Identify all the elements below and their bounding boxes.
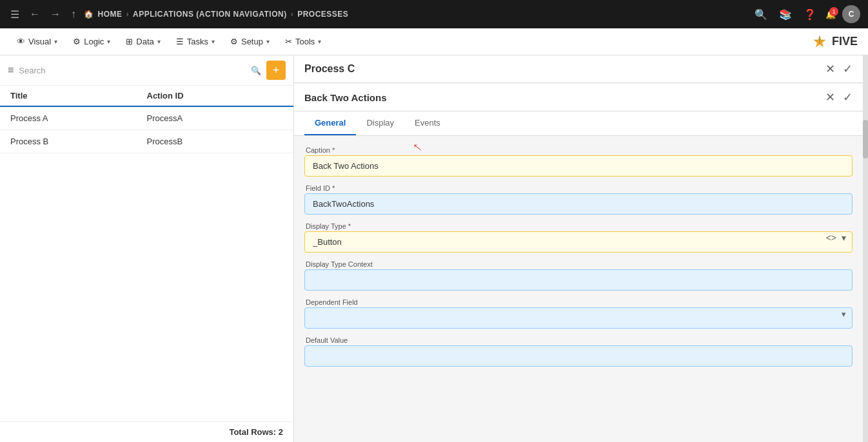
logic-icon: ⚙ — [73, 37, 81, 46]
filter-icon[interactable]: ≡ — [8, 64, 14, 76]
up-icon[interactable]: ↑ — [68, 6, 79, 23]
display-type-code-icon[interactable]: <> — [826, 233, 836, 243]
form-area: ↑ Caption * Field ID * Display Type * — [294, 136, 863, 442]
logic-arrow: ▾ — [107, 38, 110, 45]
default-value-input[interactable] — [304, 345, 853, 367]
top-navigation: ☰ ← → ↑ 🏠 HOME › APPLICATIONS (ACTION NA… — [0, 0, 868, 28]
scrollbar[interactable] — [863, 55, 868, 442]
breadcrumb-sep-1: › — [126, 10, 130, 19]
menu-item-visual[interactable]: 👁 Visual ▾ — [10, 33, 64, 50]
tab-display[interactable]: Display — [356, 111, 404, 135]
help-icon[interactable]: ❓ — [801, 6, 819, 23]
user-avatar[interactable]: C — [842, 5, 860, 23]
field-id-field: Field ID * — [304, 184, 853, 215]
tab-events[interactable]: Events — [404, 111, 451, 135]
forward-icon[interactable]: → — [48, 6, 63, 23]
column-action-id: Action ID — [147, 91, 284, 101]
tasks-icon: ☰ — [176, 37, 184, 46]
process-close-button[interactable]: ✕ — [825, 62, 835, 76]
default-value-label: Default Value — [304, 336, 853, 344]
section-title: Back Two Actions — [304, 92, 387, 103]
process-confirm-button[interactable]: ✓ — [843, 62, 853, 76]
menu-item-data[interactable]: ⊞ Data ▾ — [119, 33, 166, 50]
search-actions: 🔍 + — [251, 61, 286, 80]
search-bar: ≡ 🔍 + — [0, 55, 293, 86]
main-layout: ≡ 🔍 + Title Action ID Process A ProcessA… — [0, 55, 868, 442]
breadcrumb: 🏠 HOME › APPLICATIONS (ACTION NAVIGATION… — [84, 10, 747, 19]
data-icon: ⊞ — [126, 37, 133, 46]
menu-label-tools: Tools — [295, 37, 315, 46]
row-action-0: ProcessA — [147, 113, 284, 123]
notification-count: 1 — [829, 7, 838, 16]
menu-item-logic[interactable]: ⚙ Logic ▾ — [66, 33, 117, 50]
menu-label-logic: Logic — [84, 37, 104, 46]
breadcrumb-sep-2: › — [291, 10, 294, 19]
menu-item-tasks[interactable]: ☰ Tasks ▾ — [170, 33, 221, 50]
five-logo-text: FIVE — [832, 35, 858, 48]
tasks-arrow: ▾ — [212, 38, 215, 45]
display-type-field: Display Type * <> ▾ — [304, 222, 853, 253]
row-title-1: Process B — [10, 137, 147, 146]
breadcrumb-applications[interactable]: APPLICATIONS (ACTION NAVIGATION) — [133, 10, 287, 19]
section-confirm-button[interactable]: ✓ — [843, 90, 853, 104]
visual-arrow: ▾ — [54, 38, 57, 45]
display-type-context-input[interactable] — [304, 269, 853, 291]
section-header: Back Two Actions ✕ ✓ — [294, 84, 863, 111]
right-panel-content: Process C ✕ ✓ Back Two Actions ✕ ✓ — [294, 55, 863, 442]
back-icon[interactable]: ← — [27, 6, 43, 23]
menu-bar: 👁 Visual ▾ ⚙ Logic ▾ ⊞ Data ▾ ☰ Tasks ▾ … — [0, 28, 868, 55]
home-icon: 🏠 — [84, 10, 94, 19]
process-header-actions: ✕ ✓ — [825, 62, 853, 76]
row-title-0: Process A — [10, 113, 147, 123]
tabs-bar: General Display Events — [294, 111, 863, 136]
table-row[interactable]: Process B ProcessB — [0, 130, 293, 153]
display-type-input[interactable] — [304, 231, 853, 253]
menu-item-tools[interactable]: ✂ Tools ▾ — [279, 33, 328, 50]
process-header: Process C ✕ ✓ — [294, 55, 863, 83]
tab-general[interactable]: General — [304, 111, 356, 135]
column-title: Title — [10, 91, 147, 101]
menu-label-data: Data — [136, 37, 153, 46]
dependent-field-input[interactable] — [304, 307, 853, 329]
default-value-field: Default Value — [304, 336, 853, 367]
menu-items: 👁 Visual ▾ ⚙ Logic ▾ ⊞ Data ▾ ☰ Tasks ▾ … — [10, 33, 328, 50]
menu-label-visual: Visual — [28, 37, 51, 46]
total-rows-label: Total Rows: 2 — [229, 427, 283, 437]
right-inner: Process C ✕ ✓ Back Two Actions ✕ ✓ — [294, 55, 868, 442]
add-button[interactable]: + — [266, 61, 286, 80]
books-icon[interactable]: 📚 — [776, 6, 794, 23]
dependent-field-dropdown-icon[interactable]: ▾ — [842, 309, 846, 318]
nav-actions: 🔍 📚 ❓ 🔔 1 C — [752, 5, 860, 23]
right-panel: Process C ✕ ✓ Back Two Actions ✕ ✓ — [294, 55, 868, 442]
setup-arrow: ▾ — [266, 38, 270, 45]
five-logo: FIVE — [813, 35, 858, 49]
dependent-field-label: Dependent Field — [304, 298, 853, 306]
visual-icon: 👁 — [17, 37, 25, 46]
caption-label: Caption * — [304, 146, 853, 154]
five-star-icon — [813, 35, 827, 49]
hamburger-icon[interactable]: ☰ — [8, 6, 22, 23]
caption-field: Caption * — [304, 146, 853, 177]
display-type-dropdown-icon[interactable]: ▾ — [842, 233, 846, 243]
caption-input[interactable] — [304, 155, 853, 177]
table-row[interactable]: Process A ProcessA — [0, 107, 293, 130]
support-icon[interactable]: 🔍 — [752, 6, 770, 23]
left-panel: ≡ 🔍 + Title Action ID Process A ProcessA… — [0, 55, 294, 442]
menu-item-setup[interactable]: ⚙ Setup ▾ — [224, 33, 276, 50]
table-footer: Total Rows: 2 — [0, 421, 293, 442]
breadcrumb-processes[interactable]: PROCESSES — [297, 10, 348, 19]
section-close-button[interactable]: ✕ — [825, 90, 835, 104]
search-input[interactable] — [19, 66, 246, 75]
display-type-context-label: Display Type Context — [304, 260, 853, 268]
notification-bell[interactable]: 🔔 1 — [825, 10, 836, 19]
row-action-1: ProcessB — [147, 137, 284, 146]
breadcrumb-home[interactable]: HOME — [98, 10, 123, 19]
process-title: Process C — [304, 63, 355, 75]
setup-icon: ⚙ — [230, 37, 238, 46]
search-icon[interactable]: 🔍 — [251, 66, 261, 75]
table-header: Title Action ID — [0, 86, 293, 107]
field-id-input[interactable] — [304, 193, 853, 215]
display-type-icons: <> ▾ — [826, 233, 846, 243]
scrollbar-thumb[interactable] — [863, 120, 868, 159]
display-type-context-field: Display Type Context — [304, 260, 853, 291]
